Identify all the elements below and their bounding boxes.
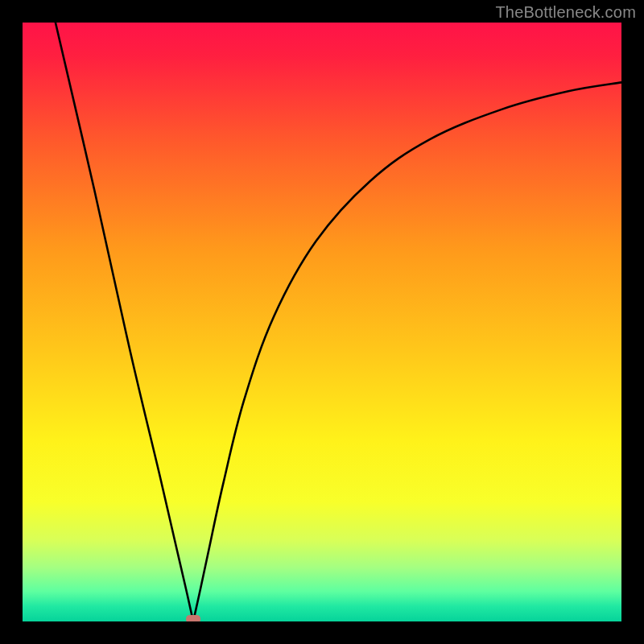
plot-canvas [23,23,621,621]
chart-frame: TheBottleneck.com [0,0,644,644]
plot-area [23,23,621,621]
watermark-label: TheBottleneck.com [495,3,636,22]
